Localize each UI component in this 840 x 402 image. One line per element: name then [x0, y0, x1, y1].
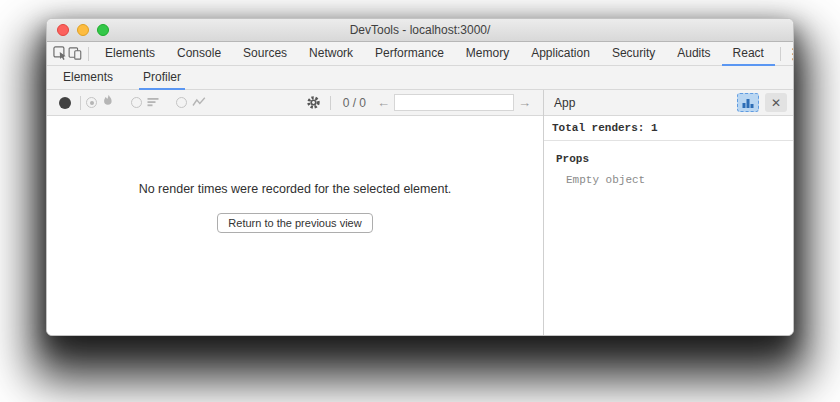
- details-panel-body: Total renders: 1 Props Empty object: [544, 116, 793, 335]
- tab-sources[interactable]: Sources: [232, 43, 298, 66]
- chart-option-interactions[interactable]: [176, 94, 206, 112]
- tab-console[interactable]: Console: [166, 43, 232, 66]
- next-snapshot-icon[interactable]: →: [514, 95, 535, 110]
- titlebar: DevTools - localhost:3000/: [47, 19, 793, 42]
- ranked-bars-icon: [147, 94, 160, 112]
- profiler-empty-state: No render times were recorded for the se…: [47, 116, 543, 335]
- close-window-button[interactable]: [57, 24, 69, 36]
- total-renders: Total renders: 1: [544, 116, 793, 141]
- prev-snapshot-icon[interactable]: ←: [373, 95, 394, 110]
- tab-security[interactable]: Security: [601, 43, 666, 66]
- overflow-menu-icon[interactable]: ⋮: [786, 45, 794, 63]
- react-subtabbar: Elements Profiler: [47, 66, 793, 90]
- devtools-tabbar: Elements Console Sources Network Perform…: [47, 42, 793, 66]
- profiler-toolbar: 0 / 0 ← →: [47, 90, 543, 116]
- divider: [88, 47, 89, 61]
- snapshot-counter: 0 / 0: [343, 96, 366, 110]
- details-panel: App ✕ Total renders: 1 Props Empty objec…: [543, 90, 793, 335]
- tab-application[interactable]: Application: [520, 43, 601, 66]
- divider: [780, 47, 781, 61]
- interactions-radio[interactable]: [176, 97, 187, 108]
- tab-network[interactable]: Network: [298, 43, 364, 66]
- record-icon[interactable]: [59, 97, 71, 109]
- props-value: Empty object: [552, 174, 785, 186]
- subtab-elements[interactable]: Elements: [59, 67, 117, 90]
- devtools-window: DevTools - localhost:3000/ Elements Cons…: [46, 18, 794, 336]
- props-label: Props: [552, 153, 785, 165]
- tab-performance[interactable]: Performance: [364, 43, 455, 66]
- device-toolbar-icon[interactable]: [68, 43, 83, 65]
- empty-state-message: No render times were recorded for the se…: [139, 182, 452, 196]
- profiler-search-input[interactable]: [394, 94, 514, 111]
- tab-audits[interactable]: Audits: [666, 43, 721, 66]
- traffic-lights: [57, 24, 109, 36]
- interactions-zigzag-icon: [192, 94, 206, 112]
- chart-option-ranked[interactable]: [131, 94, 160, 112]
- selected-component-name: App: [554, 96, 737, 110]
- details-panel-header: App ✕: [544, 90, 793, 116]
- settings-gear-icon[interactable]: [303, 92, 325, 114]
- return-previous-view-button[interactable]: Return to the previous view: [217, 213, 372, 233]
- tab-memory[interactable]: Memory: [455, 43, 520, 66]
- close-panel-icon[interactable]: ✕: [765, 93, 787, 112]
- subtab-profiler[interactable]: Profiler: [139, 67, 185, 90]
- flame-icon: [102, 94, 115, 112]
- divider: [80, 96, 81, 110]
- zoom-window-button[interactable]: [97, 24, 109, 36]
- flamegraph-radio[interactable]: [86, 97, 97, 108]
- tab-react[interactable]: React: [722, 43, 775, 66]
- divider: [330, 96, 331, 110]
- render-history-chart-icon[interactable]: [737, 93, 759, 112]
- chart-option-flamegraph[interactable]: [86, 94, 115, 112]
- inspect-element-icon[interactable]: [53, 43, 68, 65]
- minimize-window-button[interactable]: [77, 24, 89, 36]
- window-title: DevTools - localhost:3000/: [350, 23, 491, 37]
- ranked-radio[interactable]: [131, 97, 142, 108]
- tab-elements[interactable]: Elements: [94, 43, 166, 66]
